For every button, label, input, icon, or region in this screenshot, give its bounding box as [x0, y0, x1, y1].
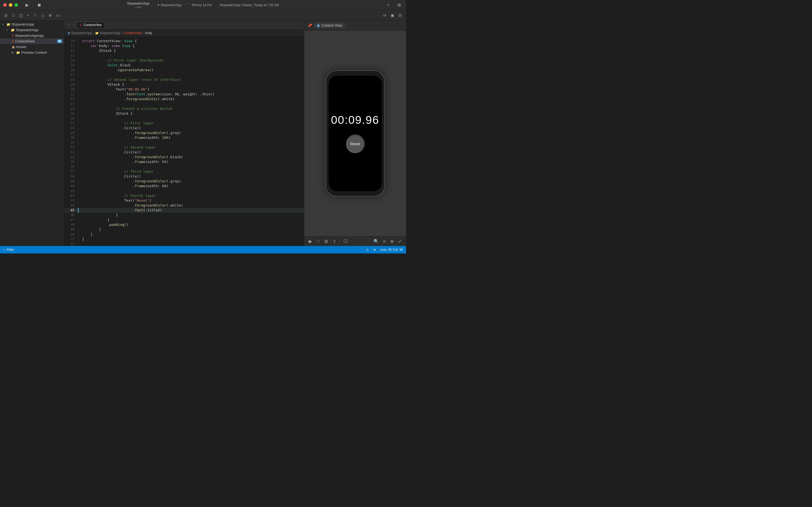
sidebar-item-root[interactable]: ▾ 📁 StopwatchApp	[0, 21, 64, 27]
ln-49: 49	[64, 227, 77, 232]
modified-badge: M	[57, 40, 62, 43]
root-folder-icon: 📁	[6, 22, 10, 26]
scheme-button[interactable]: ⏹	[36, 1, 43, 9]
sidebar-item-appapp[interactable]: S StopwatchAppApp	[0, 33, 64, 39]
ln-30: 30	[64, 135, 77, 140]
tab-swift-icon: S	[80, 23, 81, 26]
reset-button-preview[interactable]: Reset	[346, 134, 365, 153]
preview-disclosure-arrow: ▶	[12, 51, 15, 54]
preview-play-btn[interactable]: ▶	[307, 238, 313, 244]
code-line-22: .foregroundColor(.white)	[78, 97, 304, 102]
editor-area: ‹ › S ContentView ⊞ StopwatchApp › 📁 Sto…	[64, 20, 304, 246]
code-line-11: var body: some View {	[78, 44, 304, 48]
ln-45: 45	[64, 208, 77, 213]
nav-forward-btn[interactable]: ›	[71, 22, 76, 27]
code-line-33: Circle()	[78, 150, 304, 155]
project-title: StopwatchApp	[127, 1, 150, 5]
layout-button[interactable]: ⊞	[395, 1, 403, 9]
code-line-36	[78, 164, 304, 169]
code-line-32: // Second layer	[78, 145, 304, 150]
preview-device-btn[interactable]: □	[315, 238, 321, 244]
sidebar-item-assets[interactable]: ▣ Assets	[0, 44, 64, 50]
toolbar-btn-4[interactable]: ⌖	[25, 12, 31, 18]
warning-btn[interactable]: ⚠	[366, 248, 369, 251]
code-line-18: // Second layer (rest of interface)	[78, 77, 304, 82]
error-btn[interactable]: ⊘	[373, 248, 376, 251]
code-line-26	[78, 116, 304, 121]
sidebar-item-preview-content[interactable]: ▶ 📁 Preview Content	[0, 50, 64, 55]
filter-label: Filter	[7, 248, 14, 251]
ln-24: 24	[64, 106, 77, 111]
project-branch: main	[135, 5, 141, 9]
code-line-38: Circle()	[78, 174, 304, 179]
add-filter-btn[interactable]: +	[3, 248, 5, 251]
close-button[interactable]	[3, 3, 7, 7]
zoom-out-btn[interactable]: 🔍	[372, 238, 380, 244]
toolbar-btn-2[interactable]: ⬡	[10, 12, 17, 18]
nav-back-btn[interactable]: ‹	[67, 22, 71, 27]
toolbar-btn-5[interactable]: ⚐	[32, 12, 39, 18]
build-status: StopwatchApp: Ready | Today at 7:05 AM	[220, 3, 279, 7]
title-bar-center: StopwatchApp main › ✦ StopwatchApp › 📱 i…	[127, 1, 279, 9]
code-line-24: // Create a circular button	[78, 106, 304, 111]
ln-18: 18	[64, 77, 77, 82]
iphone-screen: 00:09.96 Reset	[329, 76, 382, 191]
breadcrumb-item-4[interactable]: body	[145, 31, 152, 35]
toolbar-btn-6[interactable]: ◇	[40, 12, 46, 18]
zoom-in-btn[interactable]: ⊕	[389, 238, 395, 244]
ln-37: 37	[64, 169, 77, 174]
preview-grid-btn[interactable]: ⊞	[323, 238, 329, 244]
run-button[interactable]: ▶	[23, 1, 31, 9]
code-line-10: struct ContentView: View {	[78, 39, 304, 44]
iphone-frame: 00:09.96 Reset	[326, 70, 385, 196]
inspector-toggle[interactable]: ⊟	[397, 12, 403, 18]
zoom-fit-btn[interactable]: ⊟	[382, 239, 387, 244]
preview-toolbar-sep-1	[340, 239, 340, 244]
ln-44: 44	[64, 203, 77, 208]
code-content[interactable]: struct ContentView: View { var body: som…	[78, 37, 304, 246]
minimize-button[interactable]	[9, 3, 12, 7]
sidebar-app-folder-label: StopwatchApp	[16, 28, 39, 32]
preview-share-btn[interactable]: ⇪	[331, 238, 338, 244]
code-line-49: }	[78, 227, 304, 232]
code-line-27: // First layer	[78, 121, 304, 126]
code-line-48: .padding()	[78, 222, 304, 227]
code-line-50: }	[78, 232, 304, 237]
breadcrumb-item-2[interactable]: 📁 StopwatchApp	[95, 31, 121, 35]
ln-16: 16	[64, 68, 77, 72]
breadcrumb-item-1[interactable]: ⊞ StopwatchApp	[68, 31, 92, 35]
sidebar-item-contentview[interactable]: S ContentView M	[0, 39, 64, 44]
breadcrumb-item-3[interactable]: ContentView	[123, 31, 142, 35]
ln-31: 31	[64, 140, 77, 145]
tab-contentview-label: ContentView	[83, 23, 102, 27]
toolbar-btn-8[interactable]: ▭	[55, 12, 61, 18]
navigator-toggle[interactable]: ⊟	[3, 12, 9, 18]
sidebar: ▾ 📁 StopwatchApp ▾ 📁 StopwatchApp S Stop…	[0, 20, 64, 246]
code-line-43: Text("Reset")	[78, 198, 304, 203]
add-button[interactable]: ＋	[385, 1, 392, 9]
toolbar-btn-3[interactable]: ◫	[18, 12, 24, 18]
code-line-15: Color.black	[78, 63, 304, 68]
sidebar-root-label: StopwatchApp	[11, 22, 34, 26]
code-line-23	[78, 102, 304, 106]
preview-info-btn[interactable]: ⓘ	[342, 238, 349, 245]
sidebar-item-app-folder[interactable]: ▾ 📁 StopwatchApp	[0, 27, 64, 33]
ln-17: 17	[64, 72, 77, 77]
tab-contentview[interactable]: S ContentView	[76, 22, 105, 28]
sidebar-group: ▾ 📁 StopwatchApp ▾ 📁 StopwatchApp S Stop…	[0, 20, 64, 56]
canvas-toggle[interactable]: ▣	[389, 12, 396, 18]
ln-21: 21	[64, 92, 77, 97]
ln-47: 47	[64, 218, 77, 222]
title-bar: ▶ ⏹ StopwatchApp main › ✦ StopwatchApp ›…	[0, 0, 406, 10]
toolbar-btn-7[interactable]: ⊕	[47, 12, 53, 18]
code-line-44: .foregroundColor(.white)	[78, 203, 304, 208]
split-editor-btn[interactable]: ⇄	[382, 12, 388, 18]
pin-button[interactable]: 📌	[307, 23, 312, 27]
code-editor[interactable]: 10 11 12 13 14 15 16 17 18 19 20 21 22 2…	[64, 37, 304, 246]
iphone-side-button	[384, 103, 385, 114]
ln-34: 34	[64, 155, 77, 160]
code-line-45: .font(.title2)	[78, 208, 304, 213]
maximize-button[interactable]	[14, 3, 18, 7]
code-line-46: }	[78, 213, 304, 218]
zoom-fill-btn[interactable]: ⤢	[397, 238, 403, 244]
